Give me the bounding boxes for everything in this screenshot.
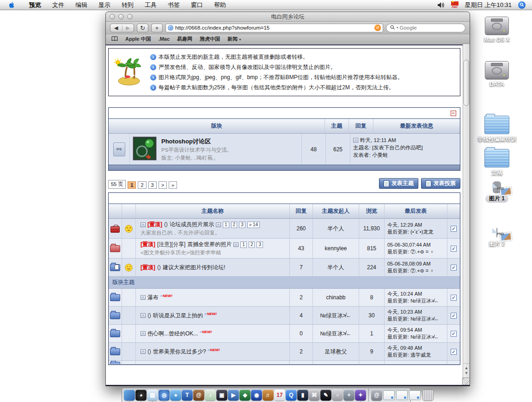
menu-go[interactable]: 转到 <box>116 1 139 9</box>
bookmark-eachnet[interactable]: 易趣网 <box>177 36 192 43</box>
topic-checkbox[interactable] <box>451 246 457 252</box>
topic-starter[interactable]: 半个人 <box>313 259 359 276</box>
address-bar[interactable]: ↺ <box>165 24 383 32</box>
menu-bookmarks[interactable]: 书签 <box>162 1 185 9</box>
goto-last-post-icon[interactable] <box>141 223 146 227</box>
topic-checkbox[interactable] <box>451 295 457 301</box>
finder-icon[interactable] <box>124 390 135 401</box>
new-poll-button[interactable]: 发表投票 <box>421 178 460 189</box>
bookmark-dotmac[interactable]: .Mac <box>159 36 170 42</box>
topic-page-button[interactable]: 1 <box>223 222 229 228</box>
menu-window[interactable]: 窗口 <box>185 1 208 9</box>
scroll-up-arrow[interactable]: ▲ <box>465 366 468 370</box>
desktop-icon-image-1[interactable]: PNG 图片 1 <box>471 181 522 203</box>
minimized-mail-icon[interactable]: @ <box>371 390 382 401</box>
goto-last-post-icon[interactable] <box>141 295 146 300</box>
scroll-down-arrow[interactable]: ▼ <box>465 371 468 375</box>
show-bookmarks-icon[interactable] <box>111 36 118 42</box>
add-bookmark-button[interactable]: + <box>151 24 163 32</box>
minimized-window[interactable] <box>409 390 421 400</box>
topic-starter[interactable]: kennylee <box>313 239 359 258</box>
topic-checkbox[interactable] <box>451 349 457 355</box>
new-topic-button[interactable]: 发表主题 <box>379 178 418 189</box>
keynote-icon[interactable]: ▮ <box>297 390 308 401</box>
bookmark-news-menu[interactable]: 新闻 <box>227 36 242 43</box>
topic-page-button[interactable]: » 14 <box>247 222 260 228</box>
minimized-window[interactable] <box>396 390 408 400</box>
topic-page-button[interactable]: 1 <box>240 241 247 248</box>
reload-button[interactable]: ↻ <box>137 24 148 32</box>
menu-app[interactable]: 预览 <box>24 1 47 9</box>
trash-icon[interactable] <box>422 390 434 401</box>
preview-icon[interactable]: ▤ <box>147 390 158 401</box>
collapse-section-button[interactable]: − <box>451 111 456 116</box>
ichat-icon[interactable]: ● <box>170 390 181 401</box>
image-capture-icon[interactable]: + <box>343 390 355 401</box>
bookmark-apple-china[interactable]: Apple 中国 <box>125 36 151 43</box>
safari-icon[interactable]: ◎ <box>159 390 170 401</box>
imovie-icon[interactable]: ▶ <box>228 390 239 401</box>
topic-starter[interactable]: 足球教父 <box>313 343 359 360</box>
topic-link[interactable]: 震撼全世界的照片 <box>187 241 232 248</box>
topic-link[interactable]: 世界美景你见过多少? <box>153 348 206 356</box>
page-3-button[interactable]: 3 <box>148 181 157 189</box>
address-book-icon[interactable]: @ <box>193 390 204 401</box>
bookmark-yahoo-china[interactable]: 雅虎中国 <box>200 36 220 43</box>
topic-checkbox[interactable] <box>451 331 457 337</box>
topic-checkbox[interactable] <box>451 226 457 232</box>
menu-edit[interactable]: 编辑 <box>70 1 93 9</box>
forum-link[interactable]: Photoshop讨论区 <box>161 137 232 146</box>
vertical-scrollbar[interactable]: ▲ ▼ <box>463 44 470 385</box>
final-cut-icon[interactable]: ✎ <box>320 390 331 401</box>
textedit-icon[interactable]: T <box>182 390 193 401</box>
last-topic-link[interactable]: 主题名: [发表下自己的作品吧] <box>353 144 434 151</box>
google-search-field[interactable]: ▾ <box>386 24 465 32</box>
ical-icon[interactable]: 17 <box>274 390 285 401</box>
snapback-icon[interactable]: ↺ <box>374 25 381 31</box>
last-page-button[interactable]: » <box>169 181 177 189</box>
input-method-icon[interactable]: ABC <box>451 1 459 8</box>
page-1-button[interactable]: 1 <box>128 181 136 189</box>
topic-page-button[interactable]: 2 <box>249 241 255 248</box>
iphoto-icon[interactable]: ▣ <box>216 390 227 401</box>
system-preferences-icon[interactable]: ⌘ <box>309 390 320 401</box>
topic-page-button[interactable]: 3 <box>257 241 263 248</box>
next-page-button[interactable]: > <box>159 181 167 189</box>
topic-page-button[interactable]: 2 <box>231 222 238 228</box>
dvd-player-icon[interactable]: ◉ <box>251 390 262 401</box>
menu-help[interactable]: 帮助 <box>208 1 232 9</box>
menu-clock[interactable]: 星期日 上午10:31 <box>465 1 512 9</box>
menu-file[interactable]: 文件 <box>47 1 70 9</box>
desktop-icon-image-2[interactable]: PNG 图片 2 <box>471 227 522 248</box>
goto-last-post-icon[interactable] <box>141 349 146 354</box>
toast-icon[interactable]: ○ <box>332 390 343 401</box>
minimized-window[interactable] <box>383 390 395 400</box>
dashboard-icon[interactable]: ◕ <box>135 390 147 401</box>
idvd-icon[interactable]: ◆ <box>239 390 251 401</box>
topic-starter[interactable]: 半个人 <box>313 219 359 238</box>
topic-link[interactable]: 伤心啊...曾经的OK... <box>147 330 198 338</box>
quicktime-icon[interactable]: Q <box>286 390 297 401</box>
photoshop-icon[interactable]: ✦ <box>355 390 366 401</box>
window-titlebar[interactable]: 电白同乡论坛 <box>106 12 470 22</box>
topic-link[interactable]: 瀑布 <box>147 294 159 302</box>
garageband-icon[interactable]: ♬ <box>263 390 274 401</box>
board-header-links[interactable]: 本版精华 · 标记此版块已读 · 订阅此版块 <box>362 195 456 202</box>
spotlight-icon[interactable] <box>518 1 526 9</box>
forward-button[interactable]: ▶ <box>122 25 134 31</box>
goto-last-post-icon[interactable] <box>353 138 358 142</box>
desktop-icon-nonlinear-editing[interactable]: 非线性编辑培训 <box>471 116 522 143</box>
page-2-button[interactable]: 2 <box>138 181 146 189</box>
menu-view[interactable]: 显示 <box>93 1 116 9</box>
search-input[interactable] <box>400 25 461 31</box>
scrollbar-thumb[interactable] <box>464 60 469 106</box>
desktop-icon-documents[interactable]: 文稿 <box>471 149 522 177</box>
url-input[interactable] <box>175 25 373 31</box>
topic-page-button[interactable]: 3 <box>239 222 245 228</box>
back-button[interactable]: ◀ <box>110 25 122 31</box>
desktop-icon-data[interactable]: DATA <box>471 61 522 87</box>
topic-checkbox[interactable] <box>451 265 457 271</box>
topic-link[interactable]: 论坛成员照片展示 <box>170 221 214 229</box>
itunes-icon[interactable]: ♪ <box>205 390 216 401</box>
topic-link[interactable]: 建议大家把图片传到论坛! <box>163 264 225 272</box>
